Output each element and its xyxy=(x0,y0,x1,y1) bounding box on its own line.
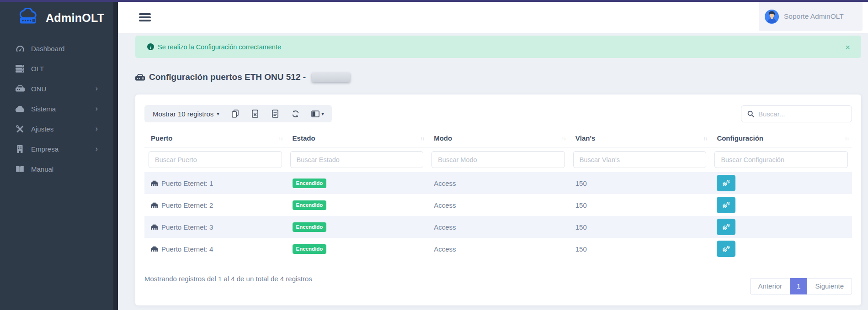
filter-input-vlans[interactable] xyxy=(573,151,707,168)
pagination-prev-button[interactable]: Anterior xyxy=(750,278,790,294)
sort-icon: ↑↓ xyxy=(703,136,707,141)
records-info: Mostrando registros del 1 al 4 de un tot… xyxy=(144,273,312,283)
copy-icon xyxy=(232,110,239,118)
caret-down-icon: ▾ xyxy=(321,111,324,116)
cloud-icon xyxy=(15,105,25,112)
table-row: Puerto Eternet: 1 Encendido Access 150 xyxy=(144,172,852,194)
column-visibility-button[interactable]: ▾ xyxy=(311,109,324,119)
sidebar-item-ajustes[interactable]: Ajustes › xyxy=(0,119,113,139)
close-icon[interactable]: × xyxy=(845,42,850,51)
port-label: Puerto Eternet: 1 xyxy=(161,179,213,187)
page-length-dropdown[interactable]: Mostrar 10 registros ▾ xyxy=(153,110,219,118)
status-badge: Encendido xyxy=(293,179,327,188)
sidebar-item-label: Ajustes xyxy=(31,125,96,133)
sidebar-item-label: Dashboard xyxy=(31,45,98,53)
column-header-vlans[interactable]: Vlan's↑↓ xyxy=(569,129,711,147)
menu-toggle-button[interactable] xyxy=(139,11,151,23)
column-header-puerto[interactable]: Puerto↑↓ xyxy=(144,129,286,147)
info-icon: i xyxy=(147,43,154,50)
sort-icon: ↑↓ xyxy=(845,136,849,141)
building-icon xyxy=(15,145,25,153)
refresh-icon xyxy=(292,110,299,118)
search-input[interactable] xyxy=(758,110,843,118)
ethernet-port-icon xyxy=(151,246,158,252)
sidebar-item-label: Manual xyxy=(31,165,98,173)
tools-icon xyxy=(15,125,25,133)
copy-button[interactable] xyxy=(231,109,239,119)
configure-port-button[interactable] xyxy=(717,241,735,257)
chevron-right-icon: › xyxy=(96,105,98,112)
filter-input-modo[interactable] xyxy=(431,151,565,168)
avatar xyxy=(765,10,779,24)
column-header-estado[interactable]: Estado↑↓ xyxy=(286,129,428,147)
mode-value: Access xyxy=(427,194,569,216)
excel-icon xyxy=(252,110,258,118)
router-icon xyxy=(135,74,145,81)
vlan-value: 150 xyxy=(569,194,711,216)
column-header-modo[interactable]: Modo↑↓ xyxy=(427,129,569,147)
refresh-button[interactable] xyxy=(291,109,299,119)
user-menu[interactable]: Soporte AdminOLT xyxy=(759,2,863,31)
sidebar-item-manual[interactable]: Manual xyxy=(0,159,113,179)
app-shell: AdminOLT Dashboard OLT ONU › xyxy=(0,2,868,310)
ports-table: Puerto↑↓ Estado↑↓ Modo↑↓ Vlan's↑↓ Config… xyxy=(144,129,852,260)
ethernet-port-icon xyxy=(151,180,158,186)
column-header-configuracion[interactable]: Configuración↑↓ xyxy=(710,129,852,147)
sidebar: AdminOLT Dashboard OLT ONU › xyxy=(0,2,113,310)
sidebar-menu: Dashboard OLT ONU › Sistema › xyxy=(0,34,113,179)
sidebar-item-sistema[interactable]: Sistema › xyxy=(0,99,113,119)
status-badge: Encendido xyxy=(293,200,327,210)
chevron-right-icon: › xyxy=(96,145,98,152)
table-toolbar: Mostrar 10 registros ▾ xyxy=(144,105,852,122)
redacted-value xyxy=(312,73,350,82)
export-excel-button[interactable] xyxy=(251,109,259,119)
gauge-icon xyxy=(15,45,25,53)
gears-icon xyxy=(721,245,731,253)
gears-icon xyxy=(721,223,731,231)
router-icon xyxy=(15,85,25,92)
port-label: Puerto Eternet: 4 xyxy=(161,245,213,253)
sidebar-item-onu[interactable]: ONU › xyxy=(0,79,113,99)
caret-down-icon: ▾ xyxy=(217,111,219,116)
sidebar-edge-strip xyxy=(113,2,118,310)
mode-value: Access xyxy=(427,216,569,238)
configure-port-button[interactable] xyxy=(717,175,735,191)
ethernet-port-icon xyxy=(151,224,158,230)
page-length-label: Mostrar 10 registros xyxy=(153,110,213,118)
filter-input-puerto[interactable] xyxy=(149,151,282,168)
sort-icon: ↑↓ xyxy=(420,136,424,141)
export-file-button[interactable] xyxy=(271,109,279,119)
mode-value: Access xyxy=(427,172,569,194)
table-row: Puerto Eternet: 3 Encendido Access 150 xyxy=(144,216,852,238)
toolbar-button-group: Mostrar 10 registros ▾ xyxy=(144,105,332,122)
server-icon xyxy=(15,65,25,73)
sidebar-item-empresa[interactable]: Empresa › xyxy=(0,139,113,159)
brand[interactable]: AdminOLT xyxy=(0,2,113,34)
sidebar-item-label: OLT xyxy=(31,65,98,73)
table-footer: Mostrando registros del 1 al 4 de un tot… xyxy=(144,273,852,294)
vlan-value: 150 xyxy=(569,238,711,260)
status-badge: Encendido xyxy=(293,244,327,254)
pagination-page-1[interactable]: 1 xyxy=(790,278,807,294)
gears-icon xyxy=(721,179,731,187)
pagination-next-button[interactable]: Siguiente xyxy=(807,278,852,294)
page-title: Configuración puertos ETH ONU 512 - xyxy=(135,72,861,82)
table-row: Puerto Eternet: 4 Encendido Access 150 xyxy=(144,238,852,260)
page-content: i Se realizo la Configuración correctame… xyxy=(118,33,868,305)
filter-input-estado[interactable] xyxy=(290,151,424,168)
vlan-value: 150 xyxy=(569,216,711,238)
book-icon xyxy=(15,166,25,173)
table-filter-row xyxy=(144,147,852,173)
configure-port-button[interactable] xyxy=(717,197,735,213)
filter-input-configuracion[interactable] xyxy=(714,151,848,168)
user-name: Soporte AdminOLT xyxy=(784,12,844,21)
page-title-text: Configuración puertos ETH ONU 512 - xyxy=(149,72,306,82)
table-search xyxy=(741,105,852,122)
main-area: Soporte AdminOLT i Se realizo la Configu… xyxy=(118,2,868,310)
sidebar-item-dashboard[interactable]: Dashboard xyxy=(0,38,113,58)
topbar: Soporte AdminOLT xyxy=(118,2,868,33)
configure-port-button[interactable] xyxy=(717,219,735,235)
sidebar-item-olt[interactable]: OLT xyxy=(0,58,113,79)
column-label: Puerto xyxy=(151,134,173,142)
sidebar-item-label: Sistema xyxy=(31,105,96,113)
